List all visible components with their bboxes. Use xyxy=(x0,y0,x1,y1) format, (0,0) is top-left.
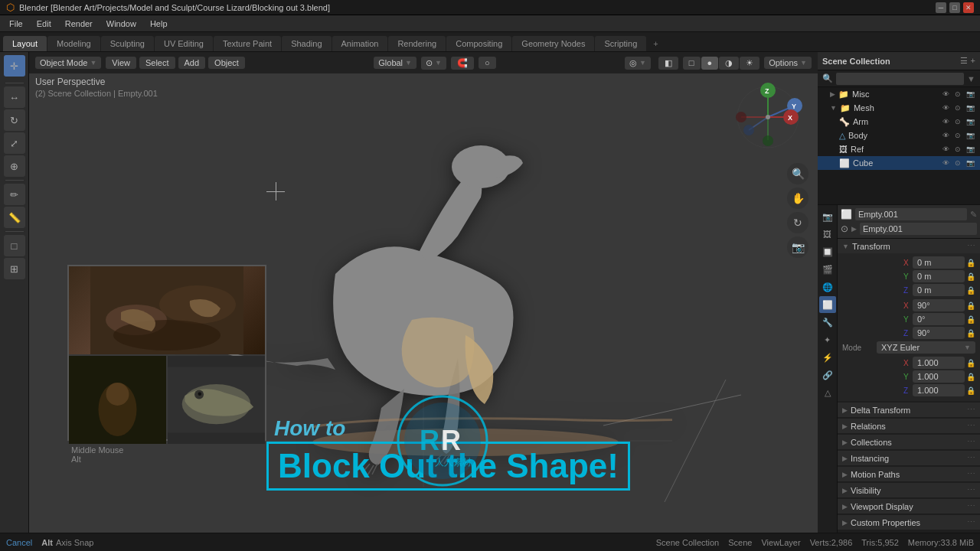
add-cube-tool[interactable]: □ xyxy=(4,235,25,256)
object-props-edit-icon[interactable]: ✎ xyxy=(970,210,977,220)
body-hide-btn[interactable]: 👁 xyxy=(940,130,951,141)
select-menu-btn[interactable]: Select xyxy=(139,57,175,69)
viewport[interactable]: Object Mode ▼ View Select Add Object Glo… xyxy=(29,52,818,533)
close-button[interactable]: ✕ xyxy=(963,2,974,13)
outliner-item-body[interactable]: △ Body 👁 ⊙ 📷 xyxy=(818,129,980,142)
solid-mode[interactable]: ● xyxy=(701,57,719,70)
tab-texture-paint[interactable]: Texture Paint xyxy=(214,36,281,51)
rotation-mode-select[interactable]: XYZ Euler ▼ xyxy=(877,341,975,354)
scale-z-lock[interactable]: 🔒 xyxy=(966,386,975,395)
mesh-hide-btn[interactable]: 👁 xyxy=(940,103,951,113)
cursor-tool[interactable]: ✛ xyxy=(4,55,25,77)
rot-z-lock[interactable]: 🔒 xyxy=(966,329,975,337)
outliner-item-misc[interactable]: ▶ 📁 Misc 👁 ⊙ 📷 xyxy=(818,87,980,101)
transform-pivot[interactable]: ⊙ ▼ xyxy=(421,57,446,70)
tab-scripting[interactable]: Scripting xyxy=(595,36,646,51)
overlays-btn[interactable]: ◎ ▼ xyxy=(625,57,651,70)
wireframe-mode[interactable]: □ xyxy=(683,57,701,70)
rotation-z-field[interactable]: 90° xyxy=(913,327,965,339)
body-render-btn[interactable]: 📷 xyxy=(965,130,975,141)
cube-hide-btn[interactable]: 👁 xyxy=(940,158,951,168)
scale-tool[interactable]: ⤢ xyxy=(4,132,25,154)
ref-restrict-btn[interactable]: ⊙ xyxy=(952,144,963,155)
scale-y-lock[interactable]: 🔒 xyxy=(966,373,975,381)
instancing-header[interactable]: ▶ Instancing ⋯ xyxy=(838,451,980,465)
view-layer-properties-icon[interactable]: 🔲 xyxy=(819,243,836,260)
loc-y-lock[interactable]: 🔒 xyxy=(966,272,975,281)
navigation-gizmo[interactable]: Y Z X xyxy=(733,83,802,152)
scale-z-field[interactable]: 1.000 xyxy=(913,384,965,396)
mode-selector[interactable]: Object Mode ▼ xyxy=(35,57,101,69)
modifier-properties-icon[interactable]: 🔧 xyxy=(819,314,836,331)
constraints-properties-icon[interactable]: 🔗 xyxy=(819,367,836,383)
output-properties-icon[interactable]: 🖼 xyxy=(819,226,836,243)
particles-properties-icon[interactable]: ✦ xyxy=(819,331,836,348)
cube-restrict-btn[interactable]: ⊙ xyxy=(952,158,963,168)
transform-tool[interactable]: ⊕ xyxy=(4,155,25,177)
xray-toggle[interactable]: ◧ xyxy=(658,57,678,70)
cube-render-btn[interactable]: 📷 xyxy=(965,158,975,168)
data-properties-icon[interactable]: △ xyxy=(819,384,836,401)
minimize-button[interactable]: ─ xyxy=(936,2,946,13)
tab-animation[interactable]: Animation xyxy=(332,36,388,51)
transform-section-header[interactable]: ▼ Transform ⋯ xyxy=(838,239,980,253)
custom-properties-header[interactable]: ▶ Custom Properties ⋯ xyxy=(838,515,980,530)
outliner-search[interactable]: 🔍 ▼ xyxy=(818,70,980,87)
rendered-mode[interactable]: ☀ xyxy=(740,57,760,70)
render-properties-icon[interactable]: 📷 xyxy=(819,208,836,225)
outliner-search-input[interactable] xyxy=(836,73,964,85)
reference-images-panel[interactable] xyxy=(67,265,266,441)
proportional-edit[interactable]: ○ xyxy=(479,57,496,69)
world-properties-icon[interactable]: 🌐 xyxy=(819,279,836,295)
visibility-header[interactable]: ▶ Visibility ⋯ xyxy=(838,483,980,497)
pan-btn[interactable]: ✋ xyxy=(787,187,808,209)
ref-hide-btn[interactable]: 👁 xyxy=(940,144,951,155)
rot-x-lock[interactable]: 🔒 xyxy=(966,302,975,310)
menu-render[interactable]: Render xyxy=(59,18,99,30)
tab-rendering[interactable]: Rendering xyxy=(388,36,446,51)
object-menu-btn[interactable]: Object xyxy=(208,57,245,69)
outliner-filter-icon[interactable]: ☰ xyxy=(960,56,968,66)
add-menu-btn[interactable]: Add xyxy=(178,57,206,69)
physics-properties-icon[interactable]: ⚡ xyxy=(819,349,836,366)
misc-hide-btn[interactable]: 👁 xyxy=(940,89,951,99)
rotation-y-field[interactable]: 0° xyxy=(913,313,965,325)
viewport-3d[interactable]: Middle Mouse Alt How to Block Out the Sh… xyxy=(29,52,818,533)
menu-window[interactable]: Window xyxy=(100,18,142,30)
object-name-field-1[interactable] xyxy=(855,208,967,220)
filter-icon[interactable]: ▼ xyxy=(967,74,975,83)
maximize-button[interactable]: □ xyxy=(949,2,960,13)
zoom-in-btn[interactable]: 🔍 xyxy=(787,163,808,184)
menu-help[interactable]: Help xyxy=(144,18,174,30)
move-tool[interactable]: ↔ xyxy=(4,86,25,108)
mesh-render-btn[interactable]: 📷 xyxy=(965,103,975,113)
snap-toggle[interactable]: 🧲 xyxy=(451,57,474,70)
scale-x-field[interactable]: 1.000 xyxy=(913,357,965,369)
viewport-nav-buttons[interactable]: 🔍 ✋ ↻ 📷 xyxy=(787,163,808,258)
location-y-field[interactable]: 0 m xyxy=(913,270,965,282)
tab-uv-editing[interactable]: UV Editing xyxy=(155,36,213,51)
delta-transform-header[interactable]: ▶ Delta Transform ⋯ xyxy=(838,403,980,417)
tab-layout[interactable]: Layout xyxy=(3,36,47,51)
tab-sculpting[interactable]: Sculpting xyxy=(101,36,154,51)
scale-y-field[interactable]: 1.000 xyxy=(913,370,965,383)
location-z-field[interactable]: 0 m xyxy=(913,284,965,296)
body-restrict-btn[interactable]: ⊙ xyxy=(952,130,963,141)
collections-header[interactable]: ▶ Collections ⋯ xyxy=(838,435,980,449)
annotate-tool[interactable]: ✏ xyxy=(4,184,25,205)
arm-restrict-btn[interactable]: ⊙ xyxy=(952,116,963,127)
menu-file[interactable]: File xyxy=(3,18,29,30)
extrude-tool[interactable]: ⊞ xyxy=(4,258,25,279)
location-x-field[interactable]: 0 m xyxy=(913,256,965,269)
viewport-display-header[interactable]: ▶ Viewport Display ⋯ xyxy=(838,499,980,514)
options-btn[interactable]: Options ▼ xyxy=(764,57,812,69)
tab-modeling[interactable]: Modeling xyxy=(47,36,100,51)
misc-restrict-btn[interactable]: ⊙ xyxy=(952,89,963,99)
relations-header[interactable]: ▶ Relations ⋯ xyxy=(838,419,980,433)
tab-add-button[interactable]: + xyxy=(647,36,664,51)
orbit-btn[interactable]: ↻ xyxy=(787,212,808,233)
outliner-item-ref[interactable]: 🖼 Ref 👁 ⊙ 📷 xyxy=(818,142,980,156)
ref-render-btn[interactable]: 📷 xyxy=(965,144,975,155)
object-name-field-2[interactable] xyxy=(860,223,977,235)
camera-btn[interactable]: 📷 xyxy=(787,236,808,258)
